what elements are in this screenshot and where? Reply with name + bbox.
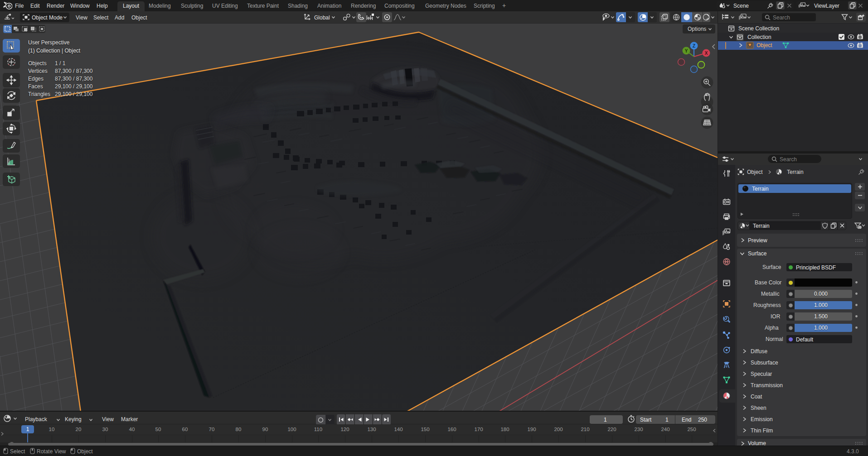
svg-text:Z: Z xyxy=(693,43,695,48)
svg-text:X: X xyxy=(705,51,708,56)
svg-text:Y: Y xyxy=(685,48,688,53)
